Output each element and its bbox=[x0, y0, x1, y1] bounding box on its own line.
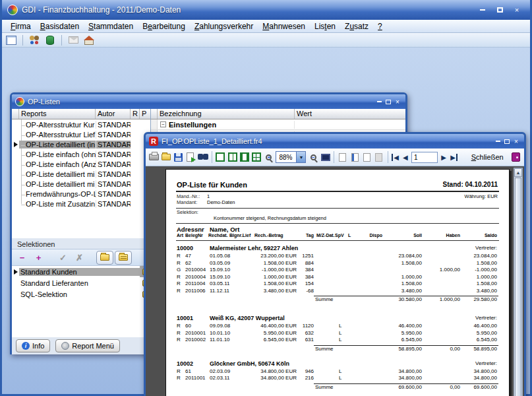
preview-close-button[interactable]: × bbox=[512, 137, 521, 145]
cell-rechdat: 15.09.10 bbox=[210, 274, 230, 281]
preview-titlebar[interactable]: R FI_OP.OPListe_1_Detailliert.fr4 × bbox=[146, 134, 524, 148]
cell-soll: 5.950,00 bbox=[377, 330, 422, 337]
exit-button[interactable] bbox=[511, 150, 521, 164]
remove-selektion-button[interactable]: − bbox=[15, 251, 30, 264]
menu-item-basisdaten[interactable]: Basisdaten bbox=[36, 21, 84, 32]
summe-row: Summe58.895,000,0058.895,00 bbox=[166, 346, 509, 354]
folder-icon bbox=[100, 254, 109, 261]
report-list-row[interactable]: OP-Liste detailliert miSTANDARD bbox=[12, 169, 150, 179]
scroll-up-icon[interactable]: ▲ bbox=[514, 168, 522, 177]
maximize-button[interactable] bbox=[494, 6, 505, 15]
menu-item-?[interactable]: ? bbox=[373, 21, 387, 32]
op-maximize-button[interactable] bbox=[384, 98, 393, 106]
p-column-header[interactable]: P bbox=[140, 109, 149, 119]
autor-column-header[interactable]: Autor bbox=[96, 109, 131, 119]
reports-column-header[interactable]: Reports bbox=[19, 109, 96, 119]
bezeichnung-column-header[interactable]: Bezeichnung bbox=[158, 109, 295, 119]
vertical-scrollbar[interactable]: ▲ ▼ bbox=[514, 168, 523, 396]
menu-item-stammdaten[interactable]: Stammdaten bbox=[84, 21, 138, 32]
minimize-button[interactable] bbox=[477, 6, 488, 15]
preview-maximize-button[interactable] bbox=[502, 137, 512, 145]
find-button[interactable] bbox=[198, 150, 208, 164]
r-column-header[interactable]: R bbox=[131, 109, 140, 119]
first-page-button[interactable]: ◀ bbox=[391, 154, 399, 161]
report-name-cell: OP-Liste detailliert (in bbox=[19, 141, 96, 148]
menu-item-zusatz[interactable]: Zusatz bbox=[340, 21, 373, 32]
menu-item-bearbeitung[interactable]: Bearbeitung bbox=[138, 21, 190, 32]
op-minimize-button[interactable] bbox=[374, 98, 384, 106]
cell-belegnr: 60 bbox=[185, 323, 191, 330]
report-list-row[interactable]: OP-Altersstruktur KurSTANDARD bbox=[12, 119, 150, 129]
info-button[interactable]: i Info bbox=[16, 339, 50, 352]
report-list-row[interactable]: OP-Altersstruktur LiefSTANDARD bbox=[12, 129, 150, 139]
previous-page-button[interactable]: ◀ bbox=[401, 154, 409, 161]
mand-nr-value: 1 bbox=[207, 193, 210, 199]
report-list-row[interactable]: OP-Liste mit ZusatzinSTANDARD bbox=[12, 199, 150, 209]
report-menu-icon bbox=[61, 342, 69, 350]
confirm-button[interactable]: ✓ bbox=[55, 251, 71, 264]
summe-soll: 69.600,00 bbox=[377, 384, 422, 391]
outline-button[interactable] bbox=[349, 150, 359, 164]
cell-art: R bbox=[177, 330, 181, 337]
users-toolbar-button[interactable] bbox=[28, 34, 41, 46]
open-report-button[interactable] bbox=[161, 150, 171, 164]
next-page-button[interactable]: ▶ bbox=[440, 154, 448, 161]
chevron-down-icon[interactable]: ▼ bbox=[296, 152, 305, 162]
cell-art: R bbox=[177, 274, 181, 281]
properties-group-row[interactable]: − Einstellungen bbox=[151, 119, 405, 130]
page-number-input[interactable] bbox=[411, 152, 438, 163]
report-list-row[interactable]: OP-Liste detailliert (inSTANDARD bbox=[12, 139, 150, 149]
cell-betrag: -1.000,00 EUR bbox=[232, 267, 297, 274]
open-folder-button[interactable] bbox=[96, 251, 113, 265]
report-menu-button[interactable]: Report Menü bbox=[55, 339, 120, 352]
thumbnails-button[interactable] bbox=[362, 150, 372, 164]
forms-toolbar-button[interactable] bbox=[5, 34, 18, 46]
scrollbar-thumb[interactable] bbox=[515, 178, 521, 396]
wert-column-header[interactable]: Wert bbox=[295, 109, 405, 119]
cell-belegnr: 47 bbox=[185, 253, 191, 260]
zoom-in-button[interactable]: + bbox=[264, 150, 274, 164]
zoom-select[interactable]: 88% ▼ bbox=[276, 151, 306, 163]
selektion-list-item[interactable]: SQL-Selektion bbox=[12, 288, 150, 300]
report-list-row[interactable]: OP-Liste einfach (ohnSTANDARD bbox=[12, 149, 150, 159]
last-page-button[interactable]: ▶ bbox=[450, 154, 458, 161]
database-toolbar-button[interactable] bbox=[44, 34, 57, 46]
open-folder-icon bbox=[162, 154, 171, 160]
report-list-row[interactable]: OP-Liste einfach (AnzSTANDARD bbox=[12, 159, 150, 169]
zoom-out-button[interactable]: − bbox=[308, 150, 318, 164]
edit-page-button[interactable] bbox=[374, 150, 384, 164]
folder-contents-button[interactable] bbox=[115, 251, 132, 265]
preview-minimize-button[interactable] bbox=[493, 137, 502, 145]
menu-item-firma[interactable]: Firma bbox=[6, 21, 36, 32]
menu-item-listen[interactable]: Listen bbox=[310, 21, 340, 32]
selektion-list-item[interactable]: Standard Kunden bbox=[12, 266, 150, 277]
close-button[interactable]: × bbox=[512, 6, 522, 15]
report-list-row[interactable]: Fremdwährungs-OP-LSTANDARD bbox=[12, 189, 150, 199]
cancel-button[interactable]: ✗ bbox=[72, 251, 87, 264]
whole-page-view-button[interactable] bbox=[215, 150, 225, 164]
page-settings-button[interactable] bbox=[338, 150, 347, 164]
collapse-icon[interactable]: − bbox=[160, 121, 166, 127]
page-width-view-button[interactable] bbox=[239, 150, 249, 164]
multiple-pages-view-button[interactable] bbox=[252, 150, 262, 164]
report-list-row[interactable]: OP-Liste detailliert miSTANDARD bbox=[12, 179, 150, 189]
fullscreen-button[interactable] bbox=[320, 150, 330, 164]
group-adressnr: 10002 bbox=[177, 360, 193, 367]
selektion-list-item[interactable]: Standard Lieferanten bbox=[12, 277, 150, 288]
two-pages-view-button[interactable] bbox=[227, 150, 237, 164]
save-report-button[interactable] bbox=[173, 150, 183, 164]
add-selektion-button[interactable]: + bbox=[31, 251, 46, 264]
menu-item-mahnwesen[interactable]: Mahnwesen bbox=[258, 21, 310, 32]
summe-saldo: 58.895,00 bbox=[459, 346, 497, 353]
cell-betrag: 46.400,00 EUR bbox=[232, 323, 297, 330]
mail-toolbar-button[interactable] bbox=[67, 34, 80, 46]
op-detail-row: R201100403.05.111.508,00 EUR1541.508,001… bbox=[166, 280, 509, 288]
op-listen-titlebar[interactable]: OP-Listen × bbox=[12, 94, 405, 109]
schliessen-button[interactable]: Schließen bbox=[471, 153, 504, 161]
menu-item-zahlungsverkehr[interactable]: Zahlungsverkehr bbox=[190, 21, 258, 32]
print-button[interactable] bbox=[149, 150, 159, 164]
home-toolbar-button[interactable] bbox=[82, 34, 96, 46]
report-name-cell: OP-Liste einfach (Anz bbox=[19, 160, 96, 168]
op-close-button[interactable]: × bbox=[393, 98, 402, 106]
export-button[interactable] bbox=[185, 150, 195, 164]
